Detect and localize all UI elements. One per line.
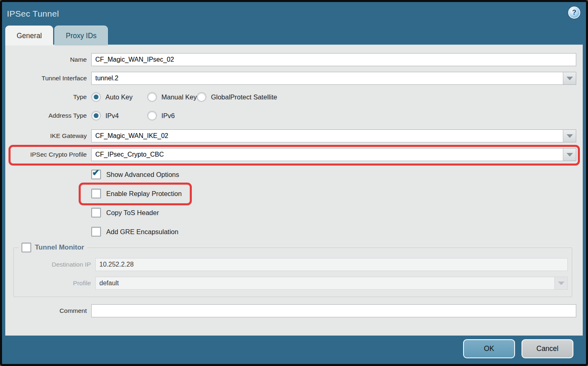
- address-type-option-ipv4: IPv4: [91, 111, 147, 121]
- destination-ip-input: [95, 258, 568, 271]
- tunnel-interface-dropdown: tunnel.2: [91, 72, 576, 85]
- chevron-down-icon: [567, 153, 573, 157]
- tunnel-monitor-legend: Tunnel Monitor: [19, 243, 87, 252]
- ipsec-crypto-profile-label: IPSec Crypto Profile: [5, 151, 91, 158]
- dialog-footer: OK Cancel: [2, 334, 586, 364]
- profile-label: Profile: [14, 280, 95, 287]
- profile-dropdown-button: [554, 277, 567, 289]
- ipsec-crypto-profile-dropdown: CF_IPsec_Crypto_CBC: [91, 148, 576, 161]
- auto-key-radio[interactable]: [91, 92, 101, 102]
- tab-general[interactable]: General: [5, 26, 53, 45]
- globalprotect-satellite-radio[interactable]: [197, 92, 206, 102]
- enable-replay-protection-label: Enable Replay Protection: [106, 190, 182, 198]
- comment-label: Comment: [5, 307, 91, 314]
- enable-replay-protection-row: Enable Replay Protection: [91, 188, 182, 199]
- profile-row: Profile default: [14, 277, 568, 290]
- ipv6-label: IPv6: [161, 112, 175, 120]
- name-input[interactable]: [91, 53, 576, 66]
- type-row: Type Auto Key Manual Key GlobalProtect S…: [5, 90, 576, 103]
- cancel-button[interactable]: Cancel: [521, 339, 573, 358]
- address-type-row: Address Type IPv4 IPv6: [5, 109, 576, 122]
- chevron-down-icon: [558, 282, 564, 285]
- show-advanced-options-checkbox[interactable]: [91, 170, 101, 179]
- add-gre-encapsulation-label: Add GRE Encapsulation: [106, 228, 178, 236]
- tunnel-monitor-label: Tunnel Monitor: [35, 243, 84, 252]
- ipsec-crypto-profile-row: IPSec Crypto Profile CF_IPsec_Crypto_CBC: [5, 148, 576, 161]
- destination-ip-label: Destination IP: [14, 261, 95, 268]
- show-advanced-options-label: Show Advanced Options: [106, 171, 179, 179]
- dialog-titlebar: IPSec Tunnel: [2, 2, 586, 26]
- copy-tos-header-checkbox[interactable]: [91, 208, 101, 217]
- add-gre-encapsulation-checkbox[interactable]: [91, 227, 101, 237]
- type-option-manual-key: Manual Key: [147, 92, 197, 102]
- copy-tos-header-label: Copy ToS Header: [106, 209, 159, 217]
- ipsec-tunnel-dialog: IPSec Tunnel ? General Proxy IDs Name Tu…: [0, 0, 588, 366]
- comment-input[interactable]: [91, 304, 576, 317]
- manual-key-label: Manual Key: [161, 93, 197, 101]
- add-gre-encapsulation-row: Add GRE Encapsulation: [91, 226, 178, 237]
- add-gre-encapsulation-line: Add GRE Encapsulation: [91, 226, 583, 237]
- ipsec-crypto-profile-dropdown-button[interactable]: [563, 149, 576, 161]
- globalprotect-satellite-label: GlobalProtect Satellite: [211, 93, 277, 101]
- tunnel-monitor-checkbox[interactable]: [21, 243, 31, 252]
- ipv6-radio[interactable]: [147, 111, 157, 121]
- general-tab-panel: Name Tunnel Interface tunnel.2 Type Auto…: [5, 45, 583, 336]
- profile-dropdown: default: [95, 277, 568, 290]
- chevron-down-icon: [567, 134, 573, 138]
- ok-button[interactable]: OK: [463, 339, 515, 358]
- copy-tos-header-line: Copy ToS Header: [91, 207, 583, 218]
- name-label: Name: [5, 56, 91, 63]
- ipsec-crypto-profile-value[interactable]: CF_IPsec_Crypto_CBC: [92, 149, 563, 161]
- type-label: Type: [5, 93, 91, 101]
- show-advanced-options-row: Show Advanced Options: [91, 169, 179, 180]
- type-option-auto-key: Auto Key: [91, 92, 147, 102]
- destination-ip-row: Destination IP: [14, 258, 568, 271]
- manual-key-radio[interactable]: [147, 92, 157, 102]
- tunnel-monitor-fieldset: Tunnel Monitor Destination IP Profile de…: [13, 248, 572, 297]
- name-row: Name: [5, 53, 576, 66]
- tab-proxy-ids[interactable]: Proxy IDs: [54, 26, 108, 45]
- ipv4-label: IPv4: [105, 112, 119, 120]
- ike-gateway-dropdown-button[interactable]: [563, 130, 576, 142]
- tunnel-interface-row: Tunnel Interface tunnel.2: [5, 72, 576, 85]
- ike-gateway-row: IKE Gateway CF_Magic_WAN_IKE_02: [5, 129, 576, 142]
- tunnel-interface-value[interactable]: tunnel.2: [92, 72, 563, 84]
- chevron-down-icon: [567, 77, 573, 80]
- address-type-option-ipv6: IPv6: [147, 111, 175, 121]
- type-radio-group: Auto Key Manual Key GlobalProtect Satell…: [91, 92, 277, 102]
- ike-gateway-value[interactable]: CF_Magic_WAN_IKE_02: [92, 130, 563, 142]
- ike-gateway-label: IKE Gateway: [5, 132, 91, 140]
- tunnel-interface-dropdown-button[interactable]: [563, 72, 576, 84]
- dialog-title: IPSec Tunnel: [7, 9, 59, 19]
- ipv4-radio[interactable]: [91, 111, 101, 121]
- copy-tos-header-row: Copy ToS Header: [91, 207, 159, 218]
- tunnel-interface-label: Tunnel Interface: [5, 75, 91, 82]
- type-option-globalprotect: GlobalProtect Satellite: [197, 92, 277, 102]
- show-advanced-options-line: Show Advanced Options: [91, 169, 583, 180]
- address-type-label: Address Type: [5, 112, 91, 119]
- auto-key-label: Auto Key: [105, 93, 133, 101]
- help-icon[interactable]: ?: [568, 6, 580, 19]
- profile-value: default: [96, 277, 554, 289]
- comment-row: Comment: [5, 304, 576, 317]
- enable-replay-protection-line: Enable Replay Protection: [91, 188, 583, 199]
- ike-gateway-dropdown: CF_Magic_WAN_IKE_02: [91, 129, 576, 142]
- enable-replay-protection-checkbox[interactable]: [91, 189, 101, 198]
- tab-bar: General Proxy IDs: [5, 26, 108, 45]
- address-type-radio-group: IPv4 IPv6: [91, 111, 175, 121]
